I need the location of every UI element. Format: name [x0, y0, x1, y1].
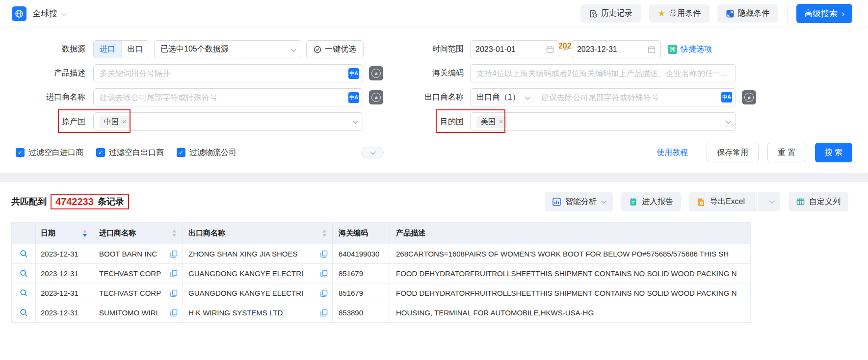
cell-exporter[interactable]: GUANGDONG KANGYE ELECTRI — [188, 269, 303, 278]
date-start-input[interactable] — [475, 45, 546, 54]
copy-icon[interactable] — [320, 289, 328, 297]
row-detail-search-icon[interactable] — [20, 309, 28, 317]
sort-control-importer[interactable] — [172, 230, 176, 237]
cell-exporter[interactable]: ZHONG SHAN XING JIA SHOES — [188, 250, 298, 258]
filter-blank-importer-label: 过滤空白进口商 — [28, 148, 83, 158]
chevron-down-icon[interactable] — [61, 10, 67, 15]
filter-blank-exporter-checkbox[interactable]: ✓ 过滤空白出口商 — [96, 148, 164, 158]
copy-icon[interactable] — [170, 270, 178, 278]
reset-button[interactable]: 重 置 — [767, 143, 806, 162]
translate-icon[interactable]: 中A — [348, 92, 359, 103]
export-excel-label: 导出Excel — [710, 197, 745, 207]
date-end-field[interactable] — [572, 40, 661, 58]
search-button[interactable]: 搜 索 — [815, 143, 852, 162]
destination-country-select[interactable]: 美国 × — [470, 112, 736, 131]
copy-icon[interactable] — [320, 270, 328, 278]
history-button[interactable]: 历史记录 — [580, 4, 641, 23]
collapse-icon — [726, 10, 734, 18]
importer-name-input[interactable] — [94, 89, 363, 106]
advanced-search-button[interactable]: 高级搜索 › — [796, 4, 852, 23]
tutorial-link[interactable]: 使用教程 — [657, 148, 688, 158]
quick-options-label: 快捷选项 — [681, 44, 712, 54]
smart-analysis-button[interactable]: 智能分析 — [545, 192, 613, 211]
cell-desc: FOOD DEHYDRATORFRUITROLLSHEETTHIS SHIPME… — [396, 289, 737, 297]
copy-icon[interactable] — [320, 309, 328, 317]
cell-exporter[interactable]: GUANGDONG KANGYE ELECTRI — [188, 289, 303, 297]
exporter-type-select[interactable]: 出口商（1） — [471, 89, 535, 106]
cell-importer[interactable]: BOOT BARN INC — [99, 250, 157, 258]
row-detail-search-icon[interactable] — [20, 250, 28, 258]
cell-importer[interactable]: TECHVAST CORP — [99, 269, 161, 278]
calendar-icon[interactable] — [546, 46, 554, 53]
tab-export[interactable]: 出口 — [121, 41, 149, 58]
translate-icon[interactable]: 中A — [348, 68, 359, 79]
enter-report-label: 进入报告 — [642, 197, 673, 207]
product-desc-field: 中A — [93, 64, 363, 82]
exclude-filter-button[interactable]: ≠ — [369, 66, 383, 80]
exporter-name-label: 出口商名称 — [386, 92, 464, 103]
copy-icon[interactable] — [170, 250, 178, 258]
topbar: 全球搜 历史记录 ★ 常用条件 隐藏条件 高级搜索 › — [0, 0, 868, 27]
sort-control-date[interactable] — [83, 230, 87, 237]
exclude-icon: ≠ — [371, 93, 381, 102]
close-icon[interactable]: × — [499, 118, 503, 126]
row-detail-search-icon[interactable] — [20, 269, 28, 278]
origin-country-label: 原产国 — [16, 117, 85, 127]
quick-options-link[interactable]: ⌘ 快捷选项 — [668, 44, 712, 54]
row-detail-search-icon[interactable] — [20, 289, 28, 297]
cell-exporter[interactable]: H K WIRING SYSTEMS LTD — [188, 309, 283, 317]
product-desc-label: 产品描述 — [16, 68, 85, 78]
table-row: 2023-12-31 TECHVAST CORP GUANGDONG KANGY… — [12, 264, 750, 283]
exclude-filter-button[interactable]: ≠ — [369, 90, 383, 104]
export-options-button[interactable] — [763, 192, 780, 211]
hs-code-label: 海关编码 — [386, 68, 464, 78]
table-row: 2023-12-31 TECHVAST CORP GUANGDONG KANGY… — [12, 283, 750, 303]
calendar-icon[interactable] — [648, 46, 656, 53]
results-section: 共匹配到 4742233 条记录 智能分析 进入报告 — [0, 182, 868, 360]
table-header-row: 日期 进口商名称 出口商名称 海关编码 产品描述 — [12, 223, 750, 244]
cell-hscode: 851679 — [339, 269, 363, 278]
copy-icon[interactable] — [170, 289, 178, 297]
custom-columns-button[interactable]: 自定义列 — [789, 192, 848, 211]
origin-country-select[interactable]: 中国 × — [93, 112, 363, 131]
date-end-input[interactable] — [577, 45, 648, 54]
exclude-filter-button[interactable]: ≠ — [742, 90, 756, 104]
hide-conditions-button[interactable]: 隐藏条件 — [717, 4, 778, 23]
cell-importer[interactable]: TECHVAST CORP — [99, 289, 161, 297]
favorites-button[interactable]: ★ 常用条件 — [649, 4, 710, 23]
export-excel-button-group: 导出Excel — [689, 192, 780, 211]
history-icon — [589, 10, 597, 18]
filter-blank-importer-checkbox[interactable]: ✓ 过滤空白进口商 — [16, 148, 83, 158]
results-table: 日期 进口商名称 出口商名称 海关编码 产品描述 2023-12-31 BOOT… — [11, 222, 751, 323]
chevron-down-icon — [601, 198, 606, 204]
command-icon: ⌘ — [668, 45, 677, 54]
one-click-optimize-button[interactable]: 一键优选 — [306, 40, 364, 58]
divider — [757, 192, 758, 211]
date-start-field[interactable] — [470, 40, 559, 58]
tab-import[interactable]: 进口 — [94, 41, 121, 58]
exporter-name-input[interactable] — [535, 89, 736, 106]
datasource-select[interactable]: 已选中105个数据源 — [154, 40, 301, 58]
product-desc-input[interactable] — [94, 65, 363, 82]
enter-report-button[interactable]: 进入报告 — [621, 192, 681, 211]
circle-check-icon — [314, 46, 321, 53]
sort-control-exporter[interactable] — [322, 230, 326, 237]
translate-icon[interactable]: 中A — [721, 92, 732, 103]
save-conditions-button[interactable]: 保存常用 — [707, 143, 759, 162]
col-header-exporter: 出口商名称 — [188, 229, 225, 238]
cell-date: 2023-12-31 — [41, 309, 79, 317]
exporter-type-value: 出口商（1） — [476, 92, 520, 103]
copy-icon[interactable] — [170, 309, 178, 317]
chevron-down-icon — [353, 118, 358, 124]
report-icon — [629, 198, 637, 206]
filter-logistics-checkbox[interactable]: ✓ 过滤物流公司 — [177, 148, 237, 158]
export-excel-button[interactable]: 导出Excel — [689, 192, 753, 211]
cell-importer[interactable]: SUMITOMO WIRI — [99, 309, 158, 317]
collapse-form-button[interactable] — [361, 147, 384, 158]
hs-code-input[interactable] — [471, 65, 736, 82]
copy-icon[interactable] — [320, 250, 328, 258]
cell-date: 2023-12-31 — [41, 289, 79, 297]
match-suffix: 条记录 — [98, 196, 124, 207]
country-tag: 美国 × — [476, 116, 507, 128]
close-icon[interactable]: × — [122, 118, 126, 126]
